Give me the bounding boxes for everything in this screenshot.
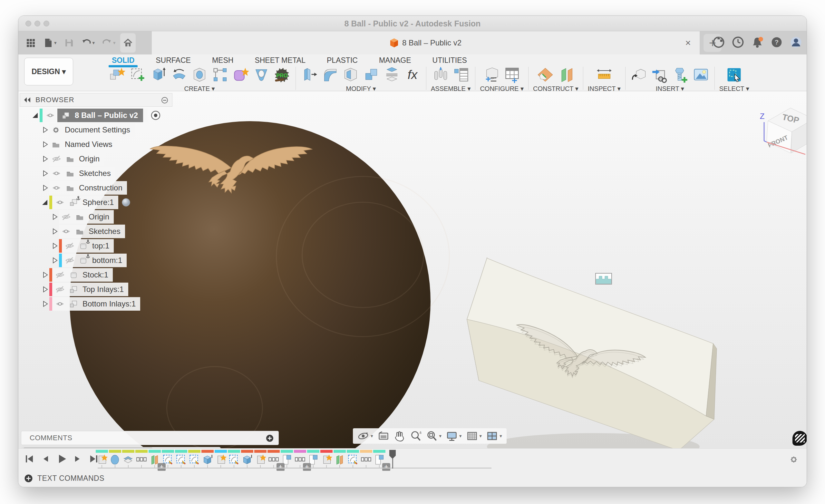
fit-zoom-button[interactable]: ▾	[425, 430, 443, 442]
ribbon-tab-manage[interactable]: MANAGE	[378, 56, 412, 65]
pattern-tool-icon[interactable]	[211, 66, 229, 84]
collapsed-expander-icon[interactable]	[50, 213, 59, 221]
ribbon-tab-solid[interactable]: SOLID	[110, 56, 136, 65]
browser-tree-row-top-inlays-1[interactable]: Top Inlays:1	[40, 283, 128, 296]
collapsed-expander-icon[interactable]	[40, 126, 49, 134]
tree-item-label[interactable]: bottom:1	[92, 256, 122, 265]
select-tool-icon[interactable]	[725, 66, 743, 84]
browser-options-icon[interactable]	[161, 97, 168, 105]
dropdown-caret-icon[interactable]: ▾	[439, 433, 442, 439]
configuration-tool-icon[interactable]	[482, 66, 501, 84]
look-at-button[interactable]	[376, 430, 391, 442]
zoom-button[interactable]: ±	[408, 430, 423, 442]
profile-avatar[interactable]	[790, 36, 802, 50]
dropdown-caret-icon[interactable]: ▾	[459, 433, 462, 439]
tree-item-label[interactable]: top:1	[92, 241, 109, 250]
joint-tool-icon[interactable]	[432, 66, 450, 84]
split-feature-icon[interactable]	[122, 454, 134, 465]
tree-item-label[interactable]: Construction	[79, 184, 123, 192]
canvas-tool-icon[interactable]	[692, 66, 710, 84]
shell-tool-icon[interactable]	[342, 66, 360, 84]
collapsed-expander-icon[interactable]	[40, 155, 49, 163]
tree-item-label[interactable]: Origin	[89, 212, 109, 221]
create-sketch-tool-icon[interactable]	[129, 66, 147, 84]
extrude-feature-icon[interactable]	[202, 454, 214, 465]
plane2-feature-icon[interactable]	[333, 454, 346, 465]
tree-item-label[interactable]: Stock:1	[82, 270, 108, 279]
component-feature-icon[interactable]	[320, 454, 332, 465]
redo-button[interactable]: ▾	[99, 33, 118, 53]
dropdown-caret-icon[interactable]: ▾	[92, 40, 95, 46]
app-grid-button[interactable]	[23, 33, 39, 53]
tree-item-label[interactable]: Document Settings	[65, 125, 130, 134]
selected-tree-item[interactable]: 8 Ball – Public v2	[57, 109, 143, 122]
expanded-expander-icon[interactable]	[30, 112, 40, 119]
hole-tool-icon[interactable]	[191, 66, 209, 84]
browser-tree-row-origin[interactable]: Origin	[50, 210, 114, 224]
loft-tool-icon[interactable]	[252, 66, 271, 84]
feedback-bubble-icon[interactable]	[793, 431, 807, 446]
component-feature-icon[interactable]	[254, 454, 267, 465]
dropdown-caret-icon[interactable]: ▾	[54, 40, 57, 46]
dropdown-caret-icon[interactable]: ▾	[500, 433, 502, 439]
construction-plane-tool-icon[interactable]	[536, 66, 554, 84]
browser-tree-row-named-views[interactable]: Named Views	[40, 138, 117, 151]
midplane-tool-icon[interactable]	[557, 66, 575, 84]
visibility-eye-icon[interactable]	[59, 227, 73, 235]
display-settings-button[interactable]: ▾	[445, 430, 463, 442]
sketch-feature-icon[interactable]	[228, 454, 240, 465]
sphere-feature-icon[interactable]	[109, 454, 121, 465]
visibility-eye-icon[interactable]	[49, 169, 64, 177]
add-comment-icon[interactable]	[266, 434, 274, 444]
collapsed-expander-icon[interactable]	[40, 141, 49, 148]
component-thumbnail[interactable]	[122, 198, 131, 207]
browser-tree-row-document-settings[interactable]: Document Settings	[40, 123, 135, 137]
visibility-eye-icon[interactable]	[49, 155, 64, 163]
browser-tree-row-sketches[interactable]: Sketches	[50, 225, 125, 238]
browser-panel-header[interactable]: BROWSER	[20, 93, 172, 107]
configuration-table-tool-icon[interactable]	[503, 66, 521, 84]
ribbon-tab-surface[interactable]: SURFACE	[154, 56, 192, 65]
comments-bar[interactable]: COMMENTS	[21, 431, 279, 445]
collapsed-expander-icon[interactable]	[40, 271, 49, 279]
visibility-eye-icon[interactable]	[59, 213, 73, 221]
workspace-switcher[interactable]: DESIGN ▾	[24, 58, 73, 85]
tree-item-label[interactable]: Sketches	[89, 227, 121, 236]
browser-tree-row-bottom-1[interactable]: bottom:1	[50, 254, 127, 267]
sketch-feature-icon[interactable]	[347, 454, 359, 465]
sketch-feature-icon[interactable]	[188, 454, 201, 465]
visibility-eye-icon[interactable]	[49, 184, 64, 192]
component-feature-icon[interactable]	[215, 454, 227, 465]
sketch-feature-icon[interactable]	[175, 454, 187, 465]
dropdown-caret-icon[interactable]: ▾	[371, 433, 373, 439]
collapsed-expander-icon[interactable]	[40, 286, 49, 293]
collapsed-expander-icon[interactable]	[50, 257, 59, 264]
timeline-expand-group-button[interactable]: +	[277, 463, 285, 471]
orbit-button[interactable]: ▾	[356, 430, 374, 442]
file-new-button[interactable]: ▾	[40, 33, 59, 53]
close-tab-icon[interactable]: ×	[682, 37, 694, 49]
derive-tool-icon[interactable]	[630, 66, 648, 84]
visibility-eye-icon[interactable]	[43, 111, 57, 120]
ribbon-tab-plastic[interactable]: PLASTIC	[325, 56, 359, 65]
extrude-feature-icon[interactable]	[241, 454, 253, 465]
collapsed-expander-icon[interactable]	[50, 227, 59, 235]
measure-tool-icon[interactable]	[595, 66, 613, 84]
insert-mcmaster-tool-icon[interactable]	[671, 66, 689, 84]
visibility-eye-icon[interactable]	[53, 198, 67, 207]
home-button[interactable]	[120, 33, 136, 53]
collapsed-expander-icon[interactable]	[40, 169, 49, 177]
job-status-icon[interactable]	[732, 36, 744, 50]
collapsed-expander-icon[interactable]	[50, 242, 59, 250]
extensions-icon[interactable]	[712, 36, 725, 50]
bom-tool-icon[interactable]	[452, 66, 470, 84]
grid-settings-button[interactable]: ▾	[465, 430, 483, 442]
dropdown-caret-icon[interactable]: ▾	[113, 40, 116, 46]
visibility-eye-icon[interactable]	[53, 300, 67, 308]
timeline-expand-group-button[interactable]: +	[303, 463, 311, 471]
insert-derive-tool-icon[interactable]	[651, 66, 669, 84]
visibility-eye-icon[interactable]	[53, 271, 67, 279]
revolve-tool-icon[interactable]	[170, 66, 188, 84]
offset-face-tool-icon[interactable]	[383, 66, 401, 84]
saw-pro-tool-icon[interactable]: PRO	[273, 66, 291, 84]
